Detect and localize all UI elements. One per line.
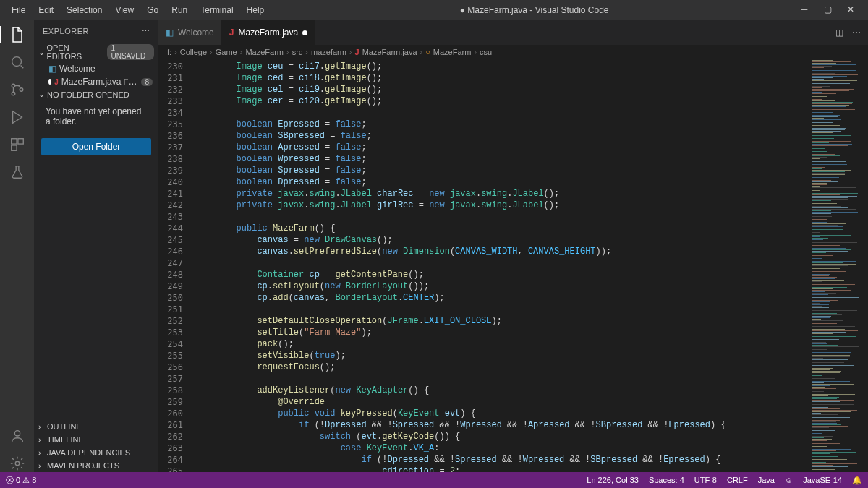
sidebar: EXPLORER ⋯ ⌄ OPEN EDITORS 1 UNSAVED ◧ We… bbox=[34, 20, 158, 472]
status-feedback-icon[interactable]: ☺ bbox=[785, 476, 793, 484]
modified-dot-icon bbox=[302, 30, 307, 35]
title-bar: FileEditSelectionViewGoRunTerminalHelp ●… bbox=[0, 0, 868, 20]
java-deps-label: JAVA DEPENDENCIES bbox=[47, 448, 130, 457]
menu-bar: FileEditSelectionViewGoRunTerminalHelp bbox=[6, 2, 270, 18]
svg-point-3 bbox=[20, 88, 23, 92]
open-editor-file[interactable]: J MazeFarm.java F:\College\Game\Maz... 8 bbox=[34, 75, 158, 88]
tab-welcome[interactable]: ◧Welcome bbox=[158, 20, 222, 45]
settings-icon[interactable] bbox=[9, 455, 26, 472]
outline-section[interactable]: ›OUTLINE bbox=[34, 420, 158, 433]
menu-view[interactable]: View bbox=[109, 2, 140, 18]
open-editor-welcome[interactable]: ◧ Welcome bbox=[34, 62, 158, 75]
svg-point-8 bbox=[15, 461, 20, 466]
welcome-label: Welcome bbox=[59, 64, 95, 74]
test-icon[interactable] bbox=[9, 163, 26, 181]
breadcrumb[interactable]: f:›College›Game›MazeFarm›src›mazefarm›J … bbox=[158, 45, 868, 59]
chevron-right-icon: › bbox=[38, 435, 47, 444]
timeline-section[interactable]: ›TIMELINE bbox=[34, 433, 158, 446]
timeline-label: TIMELINE bbox=[47, 435, 84, 444]
account-icon[interactable] bbox=[9, 427, 26, 445]
menu-run[interactable]: Run bbox=[166, 2, 193, 18]
unsaved-badge: 1 UNSAVED bbox=[107, 44, 154, 60]
menu-edit[interactable]: Edit bbox=[33, 2, 59, 18]
status-language[interactable]: Java bbox=[758, 476, 775, 484]
status-bar: ⓧ 0 ⚠ 8 Ln 226, Col 33 Spaces: 4 UTF-8 C… bbox=[0, 472, 868, 488]
maven-section[interactable]: ›MAVEN PROJECTS bbox=[34, 459, 158, 472]
extensions-icon[interactable] bbox=[9, 136, 26, 153]
status-encoding[interactable]: UTF-8 bbox=[694, 476, 717, 484]
breadcrumb-item[interactable]: MazeFarm.java bbox=[362, 48, 417, 56]
file-error-badge: 8 bbox=[141, 78, 153, 86]
breadcrumb-item[interactable]: MazeFarm bbox=[433, 48, 472, 56]
breadcrumb-item[interactable]: f: bbox=[167, 48, 171, 56]
chevron-right-icon: › bbox=[38, 448, 47, 457]
svg-rect-4 bbox=[11, 139, 16, 144]
svg-point-1 bbox=[12, 84, 15, 87]
no-folder-message: You have not yet opened a folder. bbox=[34, 100, 158, 132]
menu-go[interactable]: Go bbox=[141, 2, 164, 18]
svg-rect-5 bbox=[17, 139, 22, 144]
menu-selection[interactable]: Selection bbox=[61, 2, 108, 18]
split-editor-icon[interactable]: ◫ bbox=[835, 27, 843, 38]
tab-bar: ◧Welcome JMazeFarm.java ◫ ⋯ bbox=[158, 20, 868, 45]
breadcrumb-item[interactable]: Game bbox=[216, 48, 237, 56]
open-folder-button[interactable]: Open Folder bbox=[41, 138, 151, 155]
chevron-right-icon: › bbox=[38, 461, 47, 470]
tab-mazefarm[interactable]: JMazeFarm.java bbox=[222, 20, 315, 45]
menu-terminal[interactable]: Terminal bbox=[195, 2, 239, 18]
status-spaces[interactable]: Spaces: 4 bbox=[649, 476, 684, 484]
minimize-button[interactable]: ─ bbox=[799, 4, 810, 16]
no-folder-label: NO FOLDER OPENED bbox=[47, 90, 129, 99]
svg-point-2 bbox=[12, 92, 15, 95]
tab-label: MazeFarm.java bbox=[238, 27, 298, 38]
file-name: MazeFarm.java bbox=[61, 77, 122, 87]
svg-point-0 bbox=[12, 57, 21, 67]
activity-bar bbox=[0, 20, 34, 472]
status-bell-icon[interactable]: 🔔 bbox=[852, 476, 862, 485]
open-editors-section[interactable]: ⌄ OPEN EDITORS 1 UNSAVED bbox=[34, 42, 158, 62]
window-controls: ─ ▢ ✕ bbox=[799, 4, 862, 16]
minimap[interactable] bbox=[810, 59, 868, 472]
chevron-down-icon: ⌄ bbox=[38, 90, 47, 99]
java-file-icon: J bbox=[54, 78, 59, 86]
status-errors[interactable]: ⓧ 0 ⚠ 8 bbox=[6, 475, 36, 486]
more-actions-icon[interactable]: ⋯ bbox=[852, 27, 861, 38]
status-lncol[interactable]: Ln 226, Col 33 bbox=[587, 476, 639, 484]
run-debug-icon[interactable] bbox=[9, 108, 26, 126]
modified-dot-icon bbox=[48, 79, 51, 85]
editor-area: ◧Welcome JMazeFarm.java ◫ ⋯ f:›College›G… bbox=[158, 20, 868, 472]
status-eol[interactable]: CRLF bbox=[727, 476, 748, 484]
breadcrumb-item[interactable]: mazefarm bbox=[311, 48, 346, 56]
java-deps-section[interactable]: ›JAVA DEPENDENCIES bbox=[34, 446, 158, 459]
outline-label: OUTLINE bbox=[47, 422, 82, 431]
chevron-down-icon: ⌄ bbox=[38, 48, 46, 57]
menu-file[interactable]: File bbox=[6, 2, 31, 18]
svg-rect-6 bbox=[11, 145, 16, 150]
maximize-button[interactable]: ▢ bbox=[822, 4, 833, 16]
source-control-icon[interactable] bbox=[9, 81, 26, 98]
no-folder-section[interactable]: ⌄ NO FOLDER OPENED bbox=[34, 88, 158, 100]
svg-point-7 bbox=[14, 431, 20, 436]
breadcrumb-item[interactable]: MazeFarm bbox=[245, 48, 284, 56]
file-path: F:\College\Game\Maz... bbox=[124, 77, 139, 87]
search-icon[interactable] bbox=[9, 53, 26, 71]
breadcrumb-item[interactable]: College bbox=[180, 48, 207, 56]
code-editor[interactable]: Image ceu = ci17.getImage(); Image ced =… bbox=[195, 59, 810, 472]
more-icon[interactable]: ⋯ bbox=[142, 27, 150, 36]
status-jdk[interactable]: JavaSE-14 bbox=[803, 476, 842, 484]
window-title: ● MazeFarm.java - Visual Studio Code bbox=[270, 5, 799, 15]
open-editors-label: OPEN EDITORS bbox=[46, 43, 103, 61]
line-gutter: 2302312322332342352362372382392402412422… bbox=[158, 59, 195, 472]
breadcrumb-item[interactable]: src bbox=[292, 48, 303, 56]
sidebar-header: EXPLORER ⋯ bbox=[34, 20, 158, 42]
close-button[interactable]: ✕ bbox=[845, 4, 856, 16]
tab-label: Welcome bbox=[178, 27, 214, 38]
breadcrumb-item[interactable]: csu bbox=[480, 48, 492, 56]
maven-label: MAVEN PROJECTS bbox=[47, 461, 119, 470]
menu-help[interactable]: Help bbox=[241, 2, 271, 18]
chevron-right-icon: › bbox=[38, 422, 47, 431]
explorer-label: EXPLORER bbox=[43, 27, 89, 35]
explorer-icon[interactable] bbox=[0, 26, 33, 43]
